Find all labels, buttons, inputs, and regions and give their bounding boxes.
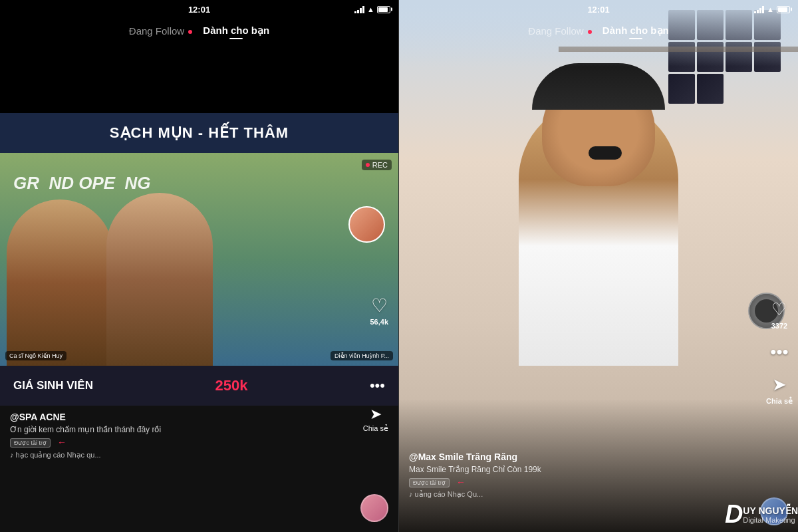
r-bar1 xyxy=(754,11,756,13)
share-arrow-icon: ➤ xyxy=(370,406,382,423)
avatar-in-video xyxy=(348,206,385,243)
left-status-icons: ▲ xyxy=(354,5,390,13)
nav-following[interactable]: Đang Follow xyxy=(129,25,193,38)
person-left xyxy=(7,200,113,366)
right-battery-icon xyxy=(777,6,790,13)
watermark-subtitle: Digital Maketing xyxy=(743,516,798,524)
heart-action[interactable]: ♡ 3372 xyxy=(771,299,787,330)
video-inner: GR ND OPE NG REC ♡ 56,4k xyxy=(0,153,398,366)
name-label-right: Diễn viên Huỳnh P... xyxy=(331,351,393,360)
description: Ơn giời kem chấm mụn thần thánh đây rồi xyxy=(10,425,388,434)
heart-section: ♡ 56,4k xyxy=(370,295,388,326)
sponsored-arrow: ← xyxy=(57,437,66,448)
left-status-time: 12:01 xyxy=(188,5,210,15)
bottom-avatar xyxy=(360,494,388,522)
right-status-icons: ▲ xyxy=(754,5,790,13)
r-bar4 xyxy=(762,6,764,13)
share-label: Chia sẻ xyxy=(363,424,388,433)
rec-dot xyxy=(366,163,370,167)
right-header-nav: Đang Follow Dành cho bạn xyxy=(399,19,798,44)
sponsored-badge: Được tài trợ xyxy=(10,438,51,448)
battery-fill xyxy=(378,7,388,12)
left-header-nav: Đang Follow Dành cho bạn xyxy=(0,19,398,44)
account-name[interactable]: @SPA ACNE xyxy=(10,412,66,422)
battery-icon xyxy=(377,6,390,13)
share-button[interactable]: ➤ Chia sẻ xyxy=(363,406,388,433)
bottom-info: @SPA ACNE Ơn giời kem chấm mụn thần thán… xyxy=(0,406,398,532)
music-row: ♪ hạc quảng cáo Nhạc qu... xyxy=(10,451,388,460)
promo-title: SẠCH MỤN - HẾT THÂM xyxy=(110,124,289,142)
heart-icon-right: ♡ xyxy=(771,299,787,320)
right-sponsored-arrow: ← xyxy=(456,477,466,487)
right-nav-for-you-label: Dành cho bạn xyxy=(602,25,669,36)
share-action-right[interactable]: ➤ Chia sẻ xyxy=(766,374,793,406)
sponsor-row: Được tài trợ ← xyxy=(10,437,388,448)
box10 xyxy=(697,74,724,104)
right-sponsored-badge: Được tài trợ xyxy=(409,478,450,487)
heart-count: 56,4k xyxy=(370,318,388,326)
watermark-name: UY NGUYỄN xyxy=(743,505,798,516)
nav-following-label: Đang Follow xyxy=(129,25,184,37)
bar2 xyxy=(357,10,359,13)
right-nav-dot xyxy=(588,30,592,34)
video-thumbnail[interactable]: GR ND OPE NG REC ♡ 56,4k xyxy=(0,153,398,366)
r-bar3 xyxy=(759,8,761,13)
wifi-icon: ▲ xyxy=(367,5,374,13)
bar3 xyxy=(360,8,362,13)
right-wifi-icon: ▲ xyxy=(767,5,774,13)
nav-for-you-label: Dành cho bạn xyxy=(203,25,269,36)
bar4 xyxy=(362,6,364,13)
right-status-bar: 12:01 ▲ xyxy=(399,0,798,19)
right-signal-bars xyxy=(754,5,764,13)
promo-text-area: SẠCH MỤN - HẾT THÂM xyxy=(0,113,398,153)
person-right xyxy=(106,193,213,366)
rec-badge: REC xyxy=(362,160,392,170)
watermark-text-block: UY NGUYỄN Digital Maketing xyxy=(743,505,798,524)
box9 xyxy=(668,74,695,104)
signal-bars xyxy=(354,5,364,13)
r-bar2 xyxy=(757,10,759,13)
left-status-bar: 12:01 ▲ xyxy=(0,0,398,19)
right-bottom-text: @Max Smile Trăng Răng Max Smile Trắng Ră… xyxy=(409,451,745,499)
right-account-name[interactable]: @Max Smile Trăng Răng xyxy=(409,452,517,462)
comment-action[interactable]: ••• xyxy=(770,342,788,362)
bar1 xyxy=(354,11,356,13)
left-phone-content: SẠCH MỤN - HẾT THÂM GR ND OPE NG REC xyxy=(0,0,398,532)
left-phone: SẠCH MỤN - HẾT THÂM GR ND OPE NG REC xyxy=(0,0,399,532)
watermark: D UY NGUYỄN Digital Maketing xyxy=(725,500,798,529)
right-description: Max Smile Trắng Răng Chỉ Còn 199k xyxy=(409,465,745,474)
right-nav-following-label: Đang Follow xyxy=(528,25,583,37)
nav-for-you[interactable]: Dành cho bạn xyxy=(203,25,269,38)
dots-icon: ••• xyxy=(370,377,385,394)
share-icon-right: ➤ xyxy=(772,374,787,395)
rec-label: REC xyxy=(372,161,388,169)
comment-icon: ••• xyxy=(770,342,788,362)
bottom-promo-bar: GIÁ SINH VIÊN 250k ••• xyxy=(0,366,398,406)
gia-sinh-vien: GIÁ SINH VIÊN xyxy=(13,379,93,392)
heart-count-right: 3372 xyxy=(771,322,787,330)
music-text: ♪ hạc quảng cáo Nhạc qu... xyxy=(10,451,101,460)
share-label-right: Chia sẻ xyxy=(766,397,793,406)
right-sponsor-row: Được tài trợ ← xyxy=(409,477,745,487)
right-phone-content: ♡ 3372 ••• ➤ Chia sẻ @Max Smile Trăng Ră… xyxy=(399,0,798,532)
right-nav-following[interactable]: Đang Follow xyxy=(528,25,592,38)
right-nav-for-you[interactable]: Dành cho bạn xyxy=(602,25,669,38)
watermark-d: D xyxy=(725,500,743,529)
heart-icon: ♡ xyxy=(371,295,388,317)
right-status-time: 12:01 xyxy=(587,5,609,15)
price-250k: 250k xyxy=(215,377,247,394)
mouth-product xyxy=(589,146,622,160)
right-music: ♪ uảng cáo Nhạc Qu... xyxy=(409,490,745,499)
right-battery-fill xyxy=(778,7,787,12)
grand-opening-text: GR ND OPE NG xyxy=(13,173,151,194)
main-container: SẠCH MỤN - HẾT THÂM GR ND OPE NG REC xyxy=(0,0,798,532)
right-person-hair xyxy=(532,63,665,110)
nav-dot xyxy=(188,30,192,34)
right-phone: ♡ 3372 ••• ➤ Chia sẻ @Max Smile Trăng Ră… xyxy=(399,0,798,532)
name-label-left: Ca sĩ Ngô Kiến Huy xyxy=(5,351,66,360)
right-actions: ♡ 3372 ••• ➤ Chia sẻ xyxy=(766,299,793,406)
